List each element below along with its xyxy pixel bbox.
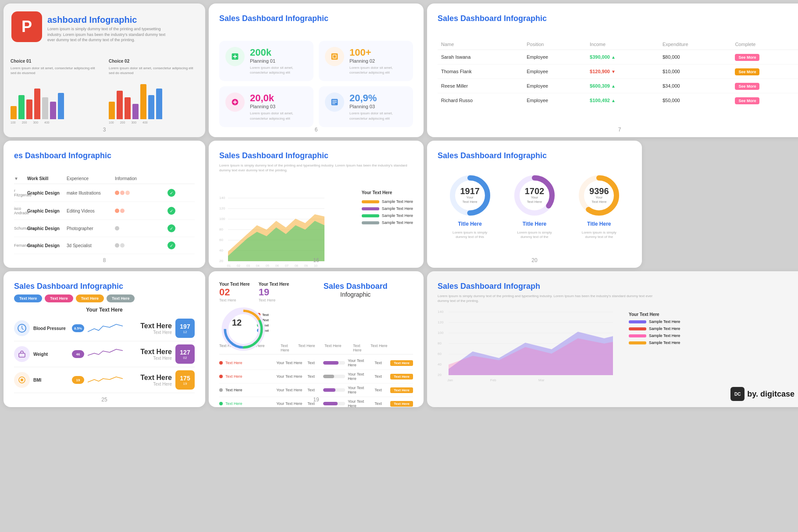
health-icon-svg-bmi [18, 376, 26, 384]
legend-box: Your Text Here Sample Text Here Sample T… [362, 190, 413, 225]
legend-color-3 [362, 214, 379, 217]
col-workskill: Work Skill [27, 176, 67, 181]
see-more-btn[interactable]: See More [735, 97, 759, 104]
health-badge-weight: 46 [72, 350, 84, 358]
data-val-5: Your Text Here [276, 374, 305, 379]
see-more-btn[interactable]: See More [735, 68, 759, 75]
bar-item [140, 84, 146, 119]
planning-desc-4: Lorem ipsum dolor sit amet, consectetur … [349, 111, 407, 121]
health-bar-sub-bmi: 19 [183, 382, 187, 386]
bar-col [117, 91, 123, 119]
card-planning: Sales Dashboard Infographic 200k Plannin… [209, 4, 424, 137]
card-data-table: Your Text Here 02 Text Here Your Text He… [209, 271, 424, 407]
main-grid: P ashboard Infographic Lorem ipsum is si… [0, 0, 798, 411]
row-skill-3: Graphic Design [27, 226, 67, 231]
svg-text:20: 20 [219, 259, 223, 263]
svg-text:100: 100 [438, 331, 444, 335]
card6-infographic: Infographic [504, 151, 547, 160]
big-donut-svg [219, 305, 267, 353]
see-more-btn[interactable]: See More [735, 54, 759, 61]
bar-col [156, 89, 162, 119]
card9-legend-label-2: Sample Text Here [649, 326, 680, 331]
health-val-main-bp: Text Here [140, 322, 172, 330]
col-complete: Complete [731, 39, 798, 50]
card9-sales: Sales Dashboard [438, 282, 504, 291]
card7-title: Sales Dashboard Infographic [14, 282, 195, 291]
cell-expenditure: $34,000 [659, 79, 732, 93]
card5-subtitle: Lorem Ipsum is simply dummy text of the … [219, 163, 413, 173]
card9-legend-item-1: Sample Text Here [629, 319, 680, 324]
data-text-4: Text Here [225, 401, 274, 406]
cell-position: Employee [523, 93, 586, 108]
page-num-7: 25 [101, 397, 107, 403]
row-skill-4: Graphic Design [27, 243, 67, 248]
legend-label-2: Sample Text Here [382, 206, 413, 211]
card2-title: Sales Dashboard Infographic [219, 14, 413, 23]
health-badge-bmi: 19 [72, 376, 84, 384]
svg-text:100: 100 [219, 217, 225, 221]
bar-item [125, 97, 131, 119]
bar-label: 100 [109, 121, 114, 124]
tag-1: Text Here [14, 294, 42, 302]
data-val-2: Text [307, 361, 321, 365]
card9-legend-item-2: Sample Text Here [629, 326, 680, 331]
svg-text:140: 140 [219, 196, 225, 200]
card1-title-dashboard: ashboard [47, 15, 89, 25]
tag-4: Text Here [107, 294, 135, 302]
health-row-bmi: BMI 19 Text Here Text Here 17519 [14, 367, 195, 393]
legend-label-1: Sample Text Here [382, 199, 413, 204]
health-icon-weight [14, 346, 30, 362]
legend-color-4 [362, 221, 379, 224]
data-tag-2: Text Here [390, 374, 413, 379]
planning-item-1: 200k Planning 01 Lorem ipsum dolor sit a… [219, 41, 314, 81]
donut-desc-2: Lorem ipsum is simply dummy text of the [515, 231, 554, 240]
col-information: Information [115, 176, 167, 181]
health-bar-sub-bp: 12 [183, 330, 187, 334]
svg-text:04: 04 [256, 264, 260, 267]
sparkline-bp [88, 321, 137, 336]
col-h-3: Text Here [281, 344, 294, 352]
tag-2: Text Here [45, 294, 73, 302]
svg-text:08: 08 [295, 264, 298, 267]
card9-legend-item-4: Sample Text Here [629, 340, 680, 345]
page-num-8: 19 [313, 397, 319, 403]
data-bar-fill-4 [323, 402, 338, 405]
donut-wrap-2: 1702 YourText Here [513, 174, 556, 217]
bar-section: Choice 01 Lorem ipsum dolor sit amet, co… [11, 59, 198, 124]
card9-chart-wrap: 140 120 100 80 60 40 20 Jan [438, 308, 798, 384]
bar-col [125, 97, 131, 119]
bar-group-2: Choice 02 Lorem ipsum dolor sit amet, co… [109, 59, 198, 124]
brand-badge: DC by. digitcase ★ [730, 387, 798, 401]
legend-color-2 [362, 207, 379, 210]
svg-text:60: 60 [438, 352, 442, 356]
card1-subtitle: Lorem ipsum is simply dummy text of the … [47, 26, 170, 43]
header-label-2: Your Text Here [259, 282, 289, 287]
dot [125, 191, 130, 195]
page-num-3: 7 [618, 127, 621, 133]
bar-col [18, 95, 25, 119]
svg-rect-1 [331, 53, 338, 60]
card9-legend-label-1: Sample Text Here [649, 319, 680, 324]
health-val-sub-weight: Text Here [140, 356, 172, 361]
cell-name: Richard Russo [438, 93, 523, 108]
row-name-3: Schumacher [14, 226, 27, 231]
data-row-1: Text Here Your Text Here Text Your Text … [219, 356, 413, 370]
row-skill-1: Graphic Design [27, 191, 67, 195]
donut-sub-2: YourText Here [525, 195, 545, 204]
health-icon-svg-weight [18, 350, 26, 358]
donut-num-2: 1702 [525, 187, 545, 195]
svg-text:Feb: Feb [490, 378, 496, 382]
card-ppt: P ashboard Infographic Lorem ipsum is si… [4, 4, 205, 137]
planning-item-2: 100+ Planning 02 Lorem ipsum dolor sit a… [319, 41, 413, 81]
skills-table: ▼ Work Skill Experience Information r Fi… [14, 174, 195, 254]
col-action [167, 176, 185, 181]
donut-row: 1917 YourText Here Title Here Lorem ipsu… [438, 174, 631, 240]
area-chart-svg-2: 140 120 100 80 60 40 20 Jan [438, 308, 622, 384]
card3-sales: Sales Dashboard [438, 14, 504, 23]
data-val-16: Text [374, 401, 388, 406]
planning-content-2: 100+ Planning 02 Lorem ipsum dolor sit a… [349, 47, 407, 75]
donut-title-1: Title Here [458, 221, 481, 227]
donut-title-3: Title Here [587, 221, 611, 227]
donut-sub-1: YourText Here [460, 195, 480, 204]
see-more-btn[interactable]: See More [735, 83, 759, 90]
